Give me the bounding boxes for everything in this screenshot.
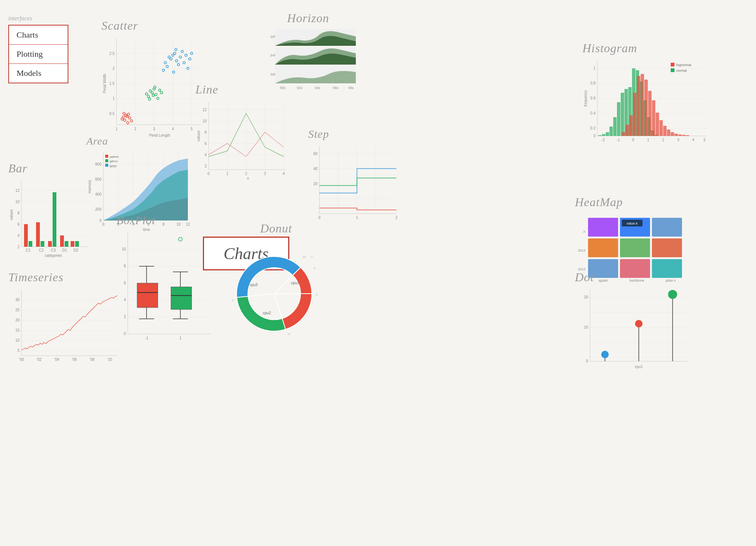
svg-text:400: 400 [95,192,101,196]
svg-rect-302 [652,218,682,237]
svg-text:frequency: frequency [584,90,588,107]
svg-rect-283 [671,132,674,136]
svg-rect-278 [652,100,655,136]
svg-point-30 [124,119,126,121]
sidebar-item-models[interactable]: Models [9,64,68,83]
svg-text:-2: -2 [602,138,605,142]
svg-text:2: 2 [245,172,247,176]
svg-text:25: 25 [15,308,20,312]
svg-text:5: 5 [17,348,20,353]
svg-point-50 [164,62,166,64]
svg-rect-286 [682,135,685,136]
svg-text:normal: normal [676,69,687,72]
svg-text:800: 800 [95,162,101,166]
heatmap-title: HeatMap [575,195,703,209]
svg-text:1: 1 [356,216,358,220]
svg-rect-253 [598,135,602,136]
svg-text:value:4: value:4 [626,222,637,225]
svg-point-55 [183,62,185,64]
svg-text:200: 200 [95,207,101,211]
horizon-svg: python jruby pypy 50s 52s 54s 56s 58s [259,27,357,91]
svg-rect-304 [620,238,650,257]
svg-text:60: 60 [313,152,318,156]
svg-point-37 [147,95,150,98]
svg-rect-148 [60,235,64,247]
svg-text:2: 2 [112,66,115,71]
svg-text:cpu1: cpu1 [291,281,299,285]
svg-rect-125 [105,159,108,162]
svg-text:2: 2 [17,245,20,249]
svg-text:3: 3 [677,138,679,142]
svg-text:1: 1 [112,97,115,101]
svg-rect-275 [641,74,644,136]
svg-text:'04: '04 [54,357,59,362]
svg-text:10: 10 [122,247,126,251]
svg-text:10: 10 [584,325,588,329]
svg-text:0.2: 0.2 [590,126,596,130]
area-title: Area [86,135,192,147]
svg-point-29 [129,117,131,119]
timeseries-title: Timeseries [8,270,121,284]
svg-text:600: 600 [95,177,101,181]
svg-text:1: 1 [647,138,649,142]
svg-text:8: 8 [17,211,20,215]
svg-rect-258 [617,102,620,136]
scatter-title: Scatter [101,19,203,33]
donut-chart: Donut cpu1 cpu2 cpu3 0 -2 -4 -2 10 -7 [218,222,334,351]
svg-text:2: 2 [134,127,136,131]
svg-text:D1: D1 [62,248,67,252]
svg-rect-280 [659,120,663,136]
svg-text:C3: C3 [51,248,56,252]
svg-text:'02: '02 [36,357,41,362]
line-title: Line [195,83,293,97]
svg-point-189 [178,237,182,241]
sidebar-item-plotting[interactable]: Plotting [9,45,68,64]
svg-text:x: x [247,176,249,180]
svg-text:0.5: 0.5 [109,112,115,116]
svg-text:2.5: 2.5 [109,51,115,56]
svg-rect-272 [629,115,633,136]
svg-text:0: 0 [318,216,321,220]
svg-rect-274 [637,76,640,136]
svg-rect-277 [648,91,652,136]
svg-rect-257 [613,117,617,136]
svg-point-44 [160,92,163,94]
svg-text:1: 1 [226,172,228,176]
donut-title: Donut [218,222,334,235]
svg-rect-127 [105,164,108,167]
svg-rect-143 [29,241,32,247]
svg-text:cpu3: cpu3 [249,283,258,287]
sidebar: interfaces Charts Plotting Models [8,15,68,83]
svg-point-325 [668,290,677,299]
svg-text:10: 10 [15,338,20,342]
svg-text:2: 2 [662,138,664,142]
svg-point-57 [189,58,191,60]
svg-text:52s: 52s [297,86,302,90]
line-svg: 12 10 8 6 4 2 0 1 2 3 4 x values [195,98,289,181]
svg-text:3: 3 [153,127,155,131]
svg-point-35 [151,92,153,94]
line-chart: Line 12 10 8 6 4 2 0 1 2 3 4 x values [195,83,293,183]
svg-rect-271 [626,125,629,136]
step-svg: 60 40 20 0 1 2 [308,142,398,229]
svg-rect-273 [633,93,637,136]
svg-rect-279 [656,113,659,136]
svg-text:20: 20 [584,295,588,299]
svg-text:3: 3 [264,172,266,176]
svg-text:-4: -4 [287,332,290,336]
svg-text:Petal Width: Petal Width [103,74,107,93]
svg-text:0: 0 [102,222,104,226]
svg-text:1.5: 1.5 [109,81,115,86]
bar-chart: Bar 12 10 8 6 4 2 C1 C2 C3 D1 [8,161,91,261]
svg-text:0.6: 0.6 [590,96,596,100]
svg-rect-197 [171,287,192,309]
svg-text:C2: C2 [39,248,44,252]
svg-text:-1: -1 [617,138,620,142]
interfaces-label: interfaces [8,15,68,22]
sidebar-item-charts[interactable]: Charts [9,26,68,45]
svg-rect-149 [65,241,68,247]
svg-text:-1: -1 [145,336,148,340]
svg-rect-305 [652,238,682,257]
svg-text:cpu2: cpu2 [263,311,271,315]
svg-text:8: 8 [204,130,207,134]
